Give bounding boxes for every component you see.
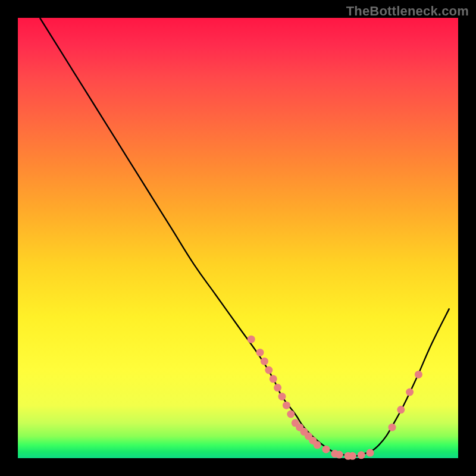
- curve-marker: [389, 424, 396, 431]
- curve-marker: [283, 402, 290, 409]
- curve-marker: [265, 367, 273, 374]
- curve-marker: [336, 451, 343, 459]
- plot-area: [18, 18, 458, 458]
- bottleneck-curve: [40, 18, 449, 456]
- curve-marker: [248, 336, 255, 343]
- watermark-text: TheBottleneck.com: [346, 4, 469, 19]
- curve-marker: [256, 349, 264, 356]
- curve-marker: [406, 389, 414, 396]
- curve-markers: [248, 336, 422, 460]
- curve-marker: [415, 371, 422, 378]
- chart-stage: TheBottleneck.com: [0, 0, 476, 476]
- curve-marker: [270, 375, 277, 383]
- chart-svg: [18, 18, 458, 458]
- curve-marker: [322, 446, 330, 453]
- curve-marker: [278, 393, 286, 400]
- curve-marker: [274, 384, 281, 392]
- curve-marker: [367, 449, 374, 457]
- curve-marker: [261, 358, 268, 365]
- curve-marker: [349, 452, 356, 460]
- curve-marker: [397, 406, 405, 414]
- curve-marker: [358, 451, 365, 459]
- curve-marker: [287, 411, 295, 418]
- curve-marker: [314, 441, 321, 449]
